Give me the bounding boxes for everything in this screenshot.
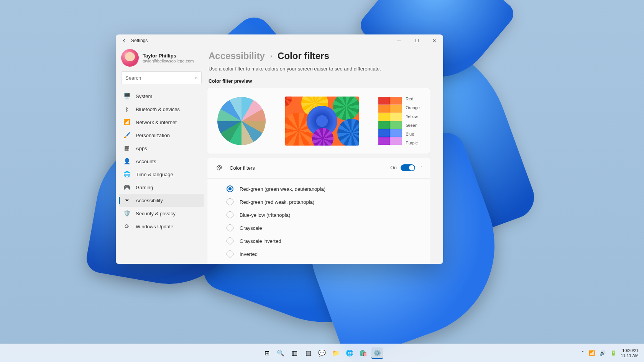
sidebar-item-label: Personalization (136, 133, 170, 138)
sidebar-item-security-privacy[interactable]: 🛡️Security & privacy (119, 207, 204, 220)
svg-point-1 (219, 166, 219, 167)
sidebar-item-label: Gaming (136, 185, 153, 190)
color-filters-row[interactable]: Color filters On ˄ (207, 157, 430, 178)
sidebar-item-label: Windows Update (136, 224, 173, 229)
nav-icon: ᛒ (123, 105, 131, 113)
maximize-button[interactable]: ☐ (408, 34, 426, 47)
start-icon[interactable]: ⊞ (261, 347, 273, 359)
avatar (121, 49, 139, 67)
sidebar-item-bluetooth-devices[interactable]: ᛒBluetooth & devices (119, 103, 204, 116)
color-swatch (378, 137, 390, 145)
nav-list: 🖥️SystemᛒBluetooth & devices📶Network & i… (116, 90, 207, 233)
palette-label: Yellow (406, 113, 420, 120)
filter-option-label: Grayscale inverted (240, 238, 281, 244)
tray-overflow-icon[interactable]: ˄ (582, 350, 584, 356)
nav-icon: 🛡️ (123, 209, 131, 218)
main-pane[interactable]: Accessibility › Color filters Use a colo… (207, 47, 443, 264)
titlebar: Settings — ☐ ✕ (116, 34, 443, 47)
system-tray: ˄ 📶 🔊 🔋 10/20/21 11:11 AM (582, 348, 644, 358)
filter-option[interactable]: Blue-yellow (tritanopia) (207, 208, 430, 221)
settings-icon[interactable]: ⚙️ (371, 347, 383, 359)
filter-options: Red-green (green weak, deuteranopia)Red-… (207, 178, 430, 264)
radio-icon (227, 224, 233, 231)
nav-icon: 📶 (123, 118, 131, 126)
sidebar-item-label: Accounts (136, 159, 156, 164)
clock[interactable]: 10/20/21 11:11 AM (621, 348, 639, 358)
breadcrumb: Accessibility › Color filters (207, 51, 430, 61)
color-swatch (390, 137, 402, 145)
nav-icon: ✶ (123, 196, 131, 205)
palette-icon (214, 165, 224, 171)
close-button[interactable]: ✕ (426, 34, 443, 47)
filter-option[interactable]: Grayscale inverted (207, 234, 430, 247)
palette-label: Green (406, 121, 420, 129)
color-palette: RedOrangeYellowGreenBluePurple (378, 95, 420, 147)
widgets-icon[interactable]: ▤ (302, 347, 314, 359)
taskbar-center: ⊞🔍▥▤💬📁🌐🛍️⚙️ (261, 347, 383, 359)
edge-icon[interactable]: 🌐 (344, 347, 355, 359)
sidebar-item-accessibility[interactable]: ✶Accessibility (119, 194, 204, 207)
filter-option[interactable]: Inverted (207, 247, 430, 260)
search-icon: ⌕ (195, 75, 197, 80)
sidebar-item-label: Network & internet (136, 120, 177, 125)
radio-icon (227, 211, 233, 218)
radio-icon (227, 185, 233, 192)
battery-icon[interactable]: 🔋 (610, 350, 616, 356)
nav-icon: ⟳ (123, 222, 131, 231)
filter-option[interactable]: Red-green (red weak, protanopia) (207, 195, 430, 208)
palette-label: Orange (406, 104, 420, 111)
store-icon[interactable]: 🛍️ (358, 347, 369, 359)
color-swatch (390, 97, 402, 105)
photo-preview (285, 97, 359, 146)
filter-option-label: Inverted (240, 251, 258, 257)
filter-option[interactable]: Grayscale (207, 221, 430, 234)
nav-icon: 🌐 (123, 170, 131, 179)
filter-option-label: Grayscale (240, 225, 262, 231)
sidebar-item-label: System (136, 93, 152, 99)
sidebar-item-windows-update[interactable]: ⟳Windows Update (119, 220, 204, 233)
settings-window: Settings — ☐ ✕ Taylor Phillips taylor@be… (116, 34, 443, 264)
palette-label: Red (406, 95, 420, 103)
sidebar-item-gaming[interactable]: 🎮Gaming (119, 181, 204, 194)
search-box[interactable]: ⌕ (121, 71, 202, 84)
sidebar-item-network-internet[interactable]: 📶Network & internet (119, 116, 204, 129)
profile-block[interactable]: Taylor Phillips taylor@bellowscollege.co… (116, 48, 207, 71)
sidebar-item-personalization[interactable]: 🖌️Personalization (119, 129, 204, 142)
breadcrumb-parent[interactable]: Accessibility (209, 51, 265, 61)
palette-label: Blue (406, 130, 420, 138)
sidebar-item-accounts[interactable]: 👤Accounts (119, 155, 204, 168)
back-button[interactable] (120, 36, 129, 45)
chat-icon[interactable]: 💬 (316, 347, 328, 359)
taskview-icon[interactable]: ▥ (289, 347, 300, 359)
clock-time: 11:11 AM (621, 353, 639, 358)
color-filters-toggle[interactable] (401, 164, 415, 171)
profile-name: Taylor Phillips (143, 53, 194, 59)
color-swatch (378, 121, 390, 129)
volume-icon[interactable]: 🔊 (600, 350, 606, 356)
nav-icon: 👤 (123, 157, 131, 165)
sidebar-item-system[interactable]: 🖥️System (119, 90, 204, 103)
minimize-button[interactable]: — (390, 34, 408, 47)
clock-date: 10/20/21 (621, 348, 639, 353)
profile-email: taylor@bellowscollege.com (143, 59, 194, 63)
sidebar: Taylor Phillips taylor@bellowscollege.co… (116, 47, 207, 264)
search-input[interactable] (125, 75, 195, 81)
page-title: Color filters (278, 51, 329, 61)
nav-icon: 🖥️ (123, 92, 131, 100)
filter-option[interactable]: Red-green (green weak, deuteranopia) (207, 182, 430, 195)
sidebar-item-apps[interactable]: ▦Apps (119, 142, 204, 155)
chevron-up-icon[interactable]: ˄ (421, 165, 423, 170)
color-filters-setting-card: Color filters On ˄ Red-green (green weak… (207, 157, 430, 264)
window-title: Settings (131, 38, 148, 43)
nav-icon: ▦ (123, 144, 131, 152)
search-icon[interactable]: 🔍 (275, 347, 286, 359)
file-explorer-icon[interactable]: 📁 (330, 347, 342, 359)
sidebar-item-time-language[interactable]: 🌐Time & language (119, 168, 204, 181)
wifi-icon[interactable]: 📶 (589, 350, 595, 356)
color-swatch (378, 105, 390, 113)
nav-icon: 🖌️ (123, 131, 131, 139)
page-description: Use a color filter to make colors on you… (207, 66, 430, 72)
svg-point-2 (220, 167, 220, 167)
taskbar: ⊞🔍▥▤💬📁🌐🛍️⚙️ ˄ 📶 🔊 🔋 10/20/21 11:11 AM (0, 344, 644, 362)
filter-option-label: Red-green (green weak, deuteranopia) (240, 186, 325, 192)
